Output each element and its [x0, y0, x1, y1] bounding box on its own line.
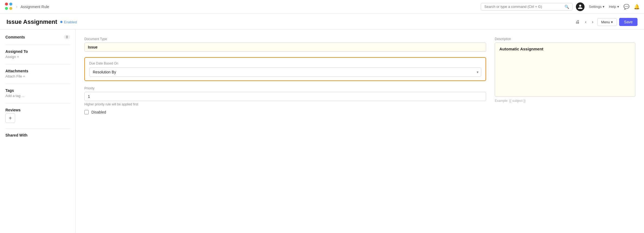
settings-button[interactable]: Settings ▾	[589, 5, 605, 9]
svg-point-3	[9, 7, 12, 10]
form-right-col: Description Automatic Assignment Example…	[495, 37, 635, 103]
priority-label: Priority	[84, 86, 486, 90]
topnav-right-actions: Settings ▾ Help ▾ 💬 🔔	[576, 2, 640, 11]
save-button[interactable]: Save	[619, 18, 638, 26]
document-type-input[interactable]	[84, 43, 486, 52]
priority-group: Priority Higher priority rule will be ap…	[84, 86, 486, 106]
comments-badge: 0	[64, 35, 70, 39]
add-review-button[interactable]: +	[5, 113, 15, 123]
main-layout: Comments 0 Assigned To Assign + Attachme…	[0, 30, 644, 233]
page-title: Issue Assignment	[6, 18, 57, 25]
search-input[interactable]	[484, 5, 562, 9]
sidebar-divider-4	[5, 103, 70, 103]
page-actions: 🖨 ‹ › Menu ▾ Save	[574, 18, 638, 26]
assigned-to-label: Assigned To	[5, 49, 28, 54]
sidebar-tags-section: Tags Add a tag ...	[5, 88, 70, 98]
svg-point-0	[5, 2, 8, 5]
description-box[interactable]: Automatic Assignment	[495, 43, 635, 97]
description-example: Example: {{ subject }}	[495, 99, 635, 103]
app-logo[interactable]	[4, 2, 13, 11]
due-date-container: Due Date Based On Resolution By Creation…	[84, 57, 486, 81]
user-avatar[interactable]	[576, 2, 585, 11]
form-left-col: Document Type Due Date Based On Resoluti…	[84, 37, 486, 114]
sidebar-divider-1	[5, 45, 70, 45]
due-date-select-wrapper: Resolution By Creation Date Modification…	[89, 67, 481, 77]
content-area: Document Type Due Date Based On Resoluti…	[76, 30, 644, 233]
due-date-label: Due Date Based On	[89, 62, 481, 65]
disabled-row: Disabled	[84, 110, 486, 114]
sidebar-divider-2	[5, 64, 70, 64]
sidebar-divider-3	[5, 84, 70, 84]
sidebar-shared-section: Shared With	[5, 133, 70, 137]
sidebar-attachments-section: Attachments Attach File +	[5, 69, 70, 78]
sidebar: Comments 0 Assigned To Assign + Attachme…	[0, 30, 76, 233]
attachments-label: Attachments	[5, 69, 28, 73]
assign-action[interactable]: Assign +	[5, 55, 70, 59]
priority-hint: Higher priority rule will be applied fir…	[84, 102, 486, 106]
breadcrumb-label: Assignment Rule	[21, 5, 49, 9]
status-badge: Enabled	[60, 20, 77, 24]
page-header: Issue Assignment Enabled 🖨 ‹ › Menu ▾ Sa…	[0, 14, 644, 30]
status-label: Enabled	[64, 20, 77, 24]
reviews-label: Reviews	[5, 108, 21, 112]
menu-button[interactable]: Menu ▾	[597, 18, 617, 26]
document-type-group: Document Type	[84, 37, 486, 52]
svg-point-1	[9, 2, 12, 5]
comments-label: Comments	[5, 35, 25, 39]
print-icon-button[interactable]: 🖨	[574, 18, 581, 25]
notification-icon-button[interactable]: 🔔	[634, 4, 640, 10]
next-icon-button[interactable]: ›	[590, 18, 595, 25]
prev-icon-button[interactable]: ‹	[583, 18, 588, 25]
disabled-checkbox[interactable]	[84, 110, 89, 114]
svg-point-2	[5, 7, 8, 10]
sidebar-comments-section: Comments 0	[5, 35, 70, 39]
sidebar-assigned-section: Assigned To Assign +	[5, 49, 70, 59]
chat-icon-button[interactable]: 💬	[623, 4, 629, 10]
search-icon: 🔍	[565, 5, 569, 9]
due-date-select[interactable]: Resolution By Creation Date Modification…	[89, 67, 481, 77]
add-tag-action[interactable]: Add a tag ...	[5, 94, 70, 98]
shared-with-label: Shared With	[5, 133, 28, 137]
global-search[interactable]: 🔍	[481, 3, 573, 11]
breadcrumb-chevron: ›	[16, 5, 17, 9]
form-row: Document Type Due Date Based On Resoluti…	[84, 37, 635, 114]
description-label: Description	[495, 37, 635, 41]
status-dot	[60, 21, 62, 23]
tags-label: Tags	[5, 88, 14, 93]
priority-input[interactable]	[84, 92, 486, 101]
page-title-area: Issue Assignment Enabled	[6, 18, 77, 25]
attach-file-action[interactable]: Attach File +	[5, 74, 70, 78]
help-button[interactable]: Help ▾	[609, 5, 619, 9]
sidebar-divider-5	[5, 128, 70, 129]
top-nav: › Assignment Rule 🔍 Settings ▾ Help ▾ 💬 …	[0, 0, 644, 14]
sidebar-reviews-section: Reviews +	[5, 108, 70, 123]
disabled-label: Disabled	[91, 110, 106, 114]
document-type-label: Document Type	[84, 37, 486, 41]
